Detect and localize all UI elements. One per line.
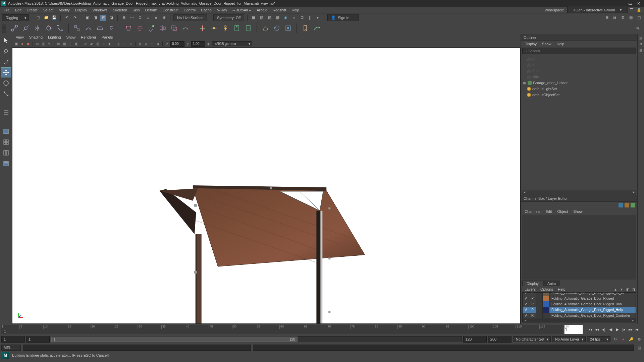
vp-grid-icon[interactable]: ⊞ xyxy=(56,41,61,47)
layer-name[interactable]: Folding_Automatic_Garage_Door_Rigged_IK_… xyxy=(549,292,636,295)
render-settings-icon[interactable]: ▩ xyxy=(275,15,281,21)
anim-layer-dropdown[interactable]: No Anim Layer xyxy=(552,336,586,342)
step-back-frame-icon[interactable]: ◂| xyxy=(601,327,606,332)
vp-gamma-input[interactable] xyxy=(191,41,205,47)
outliner-menu-show[interactable]: Show xyxy=(540,42,554,46)
cluster-icon[interactable]: C xyxy=(107,24,116,33)
attribute-editor-toggle-icon[interactable]: ▤ xyxy=(639,36,643,40)
snap-curve-icon[interactable]: 〰 xyxy=(129,15,135,21)
light-editor-icon[interactable]: ☼ xyxy=(291,15,297,21)
hypershade-icon[interactable]: ◉ xyxy=(283,15,289,21)
tab-anim[interactable]: Anim xyxy=(543,281,560,286)
new-layer-selected-icon[interactable]: ◨ xyxy=(631,287,636,292)
attribute-editor-icon[interactable]: ☷ xyxy=(612,15,618,21)
vp-grease-icon[interactable]: ✎ xyxy=(47,41,52,47)
display-layer-list[interactable]: V P Folding_Automatic_Garage_Door_Rigged… xyxy=(522,292,636,322)
ik-handle-icon[interactable] xyxy=(56,24,64,33)
lock-icon[interactable]: 🔒 xyxy=(635,7,643,13)
layer-display-type-toggle[interactable] xyxy=(536,313,543,318)
layer-visibility-toggle[interactable]: V xyxy=(523,296,529,301)
vp-exposure-input[interactable] xyxy=(170,41,184,47)
outliner-menu-help[interactable]: Help xyxy=(554,42,567,46)
menu-skeleton[interactable]: Skeleton xyxy=(110,7,129,13)
channel-box-body[interactable] xyxy=(522,215,636,280)
bind-skin-icon[interactable] xyxy=(124,24,133,33)
outliner-item-top[interactable]: 🎥top xyxy=(522,62,636,68)
vp-menu-view[interactable]: View xyxy=(13,35,26,40)
layer-playback-toggle[interactable]: R xyxy=(529,313,536,318)
menu-file[interactable]: File xyxy=(1,7,12,13)
range-end-input[interactable] xyxy=(488,336,512,343)
shelf-expand-icon[interactable]: ⇆ xyxy=(633,24,642,33)
menu-arnold[interactable]: Arnold xyxy=(254,7,270,13)
outliner-item-garage-door-holder[interactable]: ⊞Garage_door_Holder xyxy=(522,80,636,86)
shelf-tab-toggle-icon[interactable] xyxy=(2,24,6,28)
channel-box-toggle-icon[interactable]: ▦ xyxy=(639,48,643,52)
vp-2d-zoom-icon[interactable]: ◫ xyxy=(41,41,46,47)
menu-cache[interactable]: Cache xyxy=(199,7,214,13)
outliner-item-front[interactable]: 🎥front xyxy=(522,68,636,74)
vp-menu-renderer[interactable]: Renderer xyxy=(78,35,99,40)
step-back-key-icon[interactable]: ◂◂ xyxy=(594,327,600,332)
character-set-dropdown[interactable]: No Character Set xyxy=(513,336,551,342)
symmetry-button[interactable]: Symmetry: Off xyxy=(213,14,244,21)
vp-film-gate-icon[interactable]: ▦ xyxy=(62,41,67,47)
layer-row[interactable]: V P Folding_Automatic_Garage_Door_Rigged… xyxy=(523,301,636,307)
vp-bookmarks-icon[interactable]: ◼ xyxy=(25,41,31,47)
menu-display[interactable]: Display xyxy=(73,7,90,13)
vp-menu-lighting[interactable]: Lighting xyxy=(46,35,63,40)
outliner-item-default-object-set[interactable]: defaultObjectSet xyxy=(522,92,636,98)
layer-visibility-toggle[interactable]: V xyxy=(523,301,529,307)
menu-constrain[interactable]: Constrain xyxy=(160,7,181,13)
layer-display-type-toggle[interactable] xyxy=(536,307,543,313)
outliner-menu-display[interactable]: Display xyxy=(522,42,539,46)
hik-control-icon[interactable] xyxy=(244,24,253,33)
layer-playback-toggle[interactable]: P xyxy=(529,292,536,296)
vp-colorspace-dropdown[interactable]: sRGB gamma xyxy=(212,41,252,46)
loop-icon[interactable]: ↻ xyxy=(612,336,619,343)
snap-toggle-icon[interactable]: ⊕ xyxy=(161,15,167,21)
rotate-tool-icon[interactable] xyxy=(1,78,11,88)
layer-color-swatch[interactable] xyxy=(543,301,549,307)
layer-color-swatch[interactable] xyxy=(543,292,549,296)
layer-color-swatch[interactable] xyxy=(543,313,549,318)
undo-icon[interactable]: ↶ xyxy=(64,15,70,21)
layer-editor-mode-icon[interactable] xyxy=(625,203,629,207)
outliner-item-persp[interactable]: 🎥persp xyxy=(522,56,636,62)
vp-select-camera-icon[interactable]: ▣ xyxy=(13,41,19,47)
select-hierarchy-icon[interactable]: ◪ xyxy=(108,15,114,21)
vp-shadows-icon[interactable]: ◐ xyxy=(107,41,112,47)
live-surface-button[interactable]: No Live Surface xyxy=(173,14,207,21)
vp-dof-icon[interactable]: ◉ xyxy=(155,41,161,47)
mirror-weights-icon[interactable] xyxy=(158,24,167,33)
range-slider[interactable]: 1 120 xyxy=(51,336,462,342)
hik-icon[interactable] xyxy=(232,24,241,33)
orient-joint-icon[interactable] xyxy=(44,24,53,33)
vp-resolution-gate-icon[interactable]: ▯ xyxy=(68,41,73,47)
menu-create[interactable]: Create xyxy=(24,7,40,13)
current-time-indicator[interactable]: 1 xyxy=(3,329,5,334)
range-inner-end-input[interactable] xyxy=(463,336,487,343)
maximize-button[interactable]: ▭ xyxy=(628,1,632,6)
channel-box-icon[interactable]: ▤ xyxy=(628,15,634,21)
vp-image-plane-icon[interactable]: ▭ xyxy=(35,41,40,47)
both-mode-icon[interactable] xyxy=(631,203,635,207)
layer-display-type-toggle[interactable] xyxy=(536,292,543,296)
vp-xray-joints-icon[interactable]: ○ xyxy=(128,41,133,47)
anim-prefs-icon[interactable]: ⚙ xyxy=(636,336,643,343)
menu-vray[interactable]: V-Ray xyxy=(215,7,229,13)
menu-windows[interactable]: Windows xyxy=(90,7,110,13)
minimize-button[interactable]: — xyxy=(619,1,624,6)
four-pane-icon[interactable] xyxy=(1,137,11,147)
deformer-wrap-icon[interactable] xyxy=(272,24,281,33)
layer-name[interactable]: Folding_Automatic_Garage_Door_Rigged_Con… xyxy=(549,314,636,317)
create-ik-icon[interactable] xyxy=(73,24,82,33)
render-icon[interactable]: ▦ xyxy=(251,15,257,21)
outliner-item-side[interactable]: 🎥side xyxy=(522,74,636,80)
menu-deform[interactable]: Deform xyxy=(143,7,160,13)
scale-tool-icon[interactable] xyxy=(1,89,11,99)
single-pane-icon[interactable] xyxy=(1,127,11,136)
snap-live-icon[interactable]: ◈ xyxy=(153,15,159,21)
shelf-editor-icon[interactable] xyxy=(2,28,6,33)
maya-home-icon[interactable]: M xyxy=(1,352,9,359)
